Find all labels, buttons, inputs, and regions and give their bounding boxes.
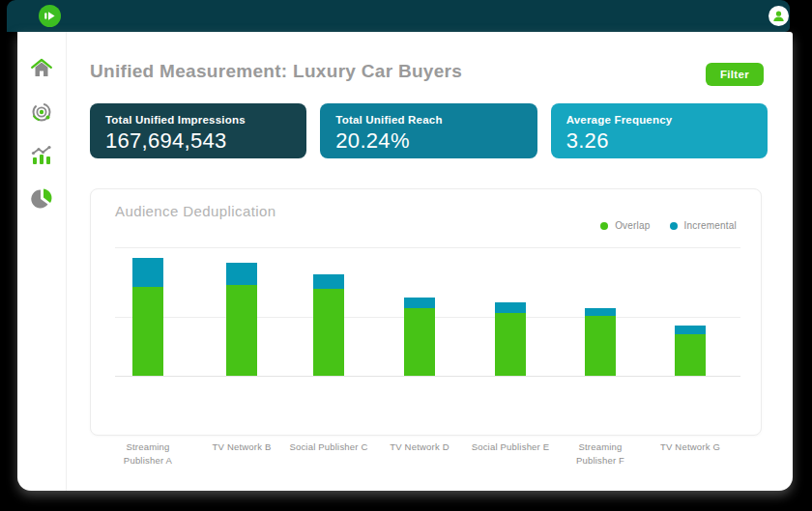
bar-segment-incremental[interactable]: [313, 274, 344, 289]
stat-card-impressions: Total Unified Impressions 167,694,543: [90, 103, 306, 158]
chart-bar[interactable]: [226, 263, 257, 376]
bar-segment-overlap[interactable]: [585, 316, 616, 377]
bar-segment-overlap[interactable]: [675, 334, 706, 376]
chart-bar[interactable]: [495, 302, 526, 376]
bar-segment-overlap[interactable]: [404, 308, 435, 376]
dashboard-window: Unified Measurement: Luxury Car Buyers F…: [0, 0, 812, 511]
stat-card-frequency: Average Frequency 3.26: [551, 103, 768, 158]
x-axis-label: TV Network G: [650, 440, 731, 454]
page-title: Unified Measurement: Luxury Car Buyers: [90, 61, 462, 82]
bar-segment-incremental[interactable]: [585, 308, 616, 316]
stat-value: 20.24%: [335, 128, 521, 154]
legend-item-incremental[interactable]: Incremental: [670, 220, 737, 231]
legend-item-overlap[interactable]: Overlap: [600, 220, 650, 231]
legend-dot: [670, 222, 678, 230]
person-glyph: [771, 9, 786, 23]
sidebar: [17, 32, 67, 491]
pie-chart-icon[interactable]: [29, 186, 54, 212]
legend-dot: [600, 222, 608, 230]
chart-bar[interactable]: [132, 258, 163, 376]
chart-bar[interactable]: [585, 308, 616, 376]
filter-button[interactable]: Filter: [706, 63, 764, 86]
chart-bar[interactable]: [675, 326, 706, 376]
bar-segment-overlap[interactable]: [313, 289, 344, 376]
bar-segment-incremental[interactable]: [675, 326, 706, 334]
x-axis-label: TV Network D: [379, 440, 460, 454]
legend-label: Overlap: [615, 220, 650, 231]
stat-cards-row: Total Unified Impressions 167,694,543 To…: [90, 103, 768, 158]
top-navigation-bar: [7, 0, 790, 32]
bar-segment-incremental[interactable]: [226, 263, 257, 285]
radar-target-icon[interactable]: [29, 99, 54, 125]
stat-value: 167,694,543: [105, 128, 291, 154]
bar-segment-overlap[interactable]: [226, 285, 257, 376]
x-axis-label: Social Publisher E: [470, 440, 551, 454]
stat-label: Total Unified Impressions: [105, 114, 291, 126]
bar-chart-plot: [115, 247, 740, 376]
stat-value: 3.26: [566, 128, 752, 154]
chart-legend: OverlapIncremental: [600, 220, 737, 231]
bar-segment-overlap[interactable]: [495, 313, 526, 376]
legend-label: Incremental: [684, 220, 737, 231]
home-icon[interactable]: [29, 56, 54, 81]
bar-segment-incremental[interactable]: [132, 258, 163, 288]
x-axis-label: Streaming Publisher F: [560, 440, 641, 468]
gridline: [115, 247, 740, 248]
chart-bar[interactable]: [404, 298, 435, 376]
stat-label: Average Frequency: [566, 114, 752, 126]
audience-deduplication-card: Audience Deduplication OverlapIncrementa…: [90, 188, 762, 436]
app-body: Unified Measurement: Luxury Car Buyers F…: [17, 32, 793, 491]
stat-card-reach: Total Unified Reach 20.24%: [320, 103, 536, 158]
x-axis-label: Social Publisher C: [288, 440, 369, 454]
analytics-trend-icon[interactable]: [29, 143, 54, 168]
logo-glyph: [44, 10, 56, 22]
chart-title: Audience Deduplication: [115, 203, 276, 219]
x-axis-label: Streaming Publisher A: [107, 440, 188, 468]
user-avatar-icon[interactable]: [768, 6, 789, 26]
chart-bar[interactable]: [313, 274, 344, 376]
main-content: Unified Measurement: Luxury Car Buyers F…: [67, 32, 793, 491]
bar-segment-overlap[interactable]: [132, 287, 163, 376]
bar-segment-incremental[interactable]: [495, 302, 526, 313]
x-axis-label: TV Network B: [201, 440, 282, 454]
stat-label: Total Unified Reach: [335, 114, 521, 126]
play-bars-logo-icon[interactable]: [39, 5, 61, 27]
bar-segment-incremental[interactable]: [404, 298, 435, 308]
gridline: [115, 376, 740, 377]
